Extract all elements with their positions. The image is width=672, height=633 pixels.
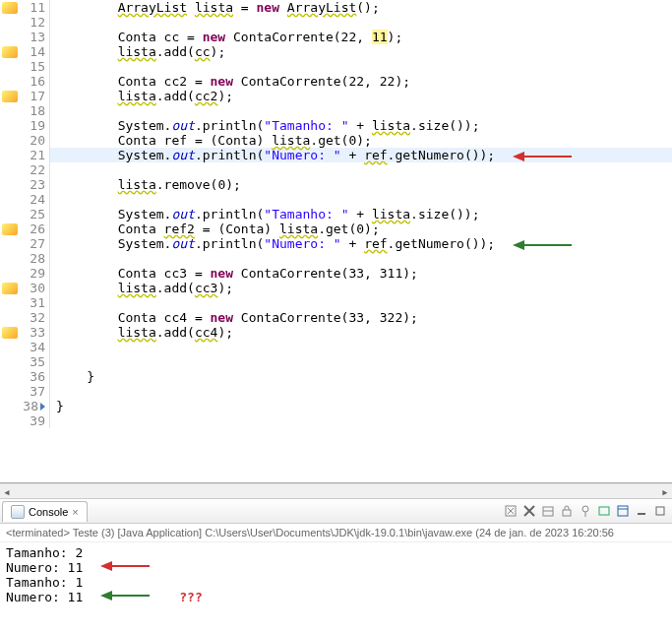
line-number[interactable]: 18 xyxy=(0,103,50,118)
code-line[interactable]: 28 xyxy=(0,251,672,266)
scroll-left-icon[interactable]: ◂ xyxy=(0,484,14,498)
line-number[interactable]: 38 xyxy=(0,399,50,413)
code-content[interactable]: System.out.println("Tamanho: " + lista.s… xyxy=(50,207,672,222)
line-number[interactable]: 28 xyxy=(0,251,50,266)
code-content[interactable]: Conta cc = new ContaCorrente(22, 11); xyxy=(50,30,672,44)
line-number[interactable]: 16 xyxy=(0,74,50,89)
line-number[interactable]: 12 xyxy=(0,15,50,30)
line-number[interactable]: 27 xyxy=(0,236,50,251)
code-line[interactable]: 27 System.out.println("Numero: " + ref.g… xyxy=(0,236,672,251)
code-line[interactable]: 34 xyxy=(0,340,672,354)
line-number[interactable]: 36 xyxy=(0,369,50,384)
code-content[interactable]: Conta cc3 = new ContaCorrente(33, 311); xyxy=(50,266,672,281)
warning-marker-icon[interactable] xyxy=(2,223,18,235)
code-line[interactable]: 12 xyxy=(0,15,672,30)
console-tab[interactable]: Console × xyxy=(2,501,88,522)
line-number[interactable]: 35 xyxy=(0,354,50,369)
scroll-lock-icon[interactable] xyxy=(559,503,575,519)
code-content[interactable]: lista.add(cc2); xyxy=(50,89,672,103)
code-line[interactable]: 37 xyxy=(0,384,672,399)
code-line[interactable]: 15 xyxy=(0,59,672,74)
code-content[interactable]: lista.add(cc); xyxy=(50,44,672,59)
code-line[interactable]: 13 Conta cc = new ContaCorrente(22, 11); xyxy=(0,30,672,44)
remove-all-icon[interactable] xyxy=(521,503,537,519)
line-number[interactable]: 33 xyxy=(0,325,50,340)
clear-console-icon[interactable] xyxy=(540,503,556,519)
maximize-icon[interactable] xyxy=(652,503,668,519)
code-line[interactable]: 17 lista.add(cc2); xyxy=(0,89,672,103)
line-number[interactable]: 23 xyxy=(0,177,50,192)
code-line[interactable]: 25 System.out.println("Tamanho: " + list… xyxy=(0,207,672,222)
red-arrow-icon xyxy=(100,560,150,575)
code-editor[interactable]: 11 ArrayList lista = new ArrayList();121… xyxy=(0,0,672,483)
close-icon[interactable]: × xyxy=(72,506,78,518)
code-line[interactable]: 14 lista.add(cc); xyxy=(0,44,672,59)
code-line[interactable]: 31 xyxy=(0,295,672,310)
line-number[interactable]: 25 xyxy=(0,207,50,222)
scroll-right-icon[interactable]: ▸ xyxy=(658,484,672,498)
code-line[interactable]: 38} xyxy=(0,399,672,413)
open-console-icon[interactable] xyxy=(615,503,631,519)
line-number[interactable]: 13 xyxy=(0,30,50,44)
line-number[interactable]: 19 xyxy=(0,118,50,133)
line-number[interactable]: 15 xyxy=(0,59,50,74)
code-line[interactable]: 36 } xyxy=(0,369,672,384)
code-line[interactable]: 35 xyxy=(0,354,672,369)
remove-launch-icon[interactable] xyxy=(503,503,519,519)
code-line[interactable]: 26 Conta ref2 = (Conta) lista.get(0); xyxy=(0,222,672,236)
warning-marker-icon[interactable] xyxy=(2,2,18,14)
code-content[interactable]: lista.add(cc4); xyxy=(50,325,672,340)
code-line[interactable]: 22 xyxy=(0,162,672,177)
code-line[interactable]: 18 xyxy=(0,103,672,118)
minimize-icon[interactable] xyxy=(634,503,649,519)
code-content[interactable]: System.out.println("Numero: " + ref.getN… xyxy=(50,148,672,162)
line-number[interactable]: 21 xyxy=(0,148,50,162)
line-number[interactable]: 24 xyxy=(0,192,50,207)
code-line[interactable]: 30 lista.add(cc3); xyxy=(0,281,672,295)
line-number[interactable]: 14 xyxy=(0,44,50,59)
line-number[interactable]: 11 xyxy=(0,0,50,15)
code-line[interactable]: 32 Conta cc4 = new ContaCorrente(33, 322… xyxy=(0,310,672,325)
code-line[interactable]: 33 lista.add(cc4); xyxy=(0,325,672,340)
line-number[interactable]: 39 xyxy=(0,413,50,428)
display-selected-icon[interactable] xyxy=(596,503,612,519)
line-number[interactable]: 22 xyxy=(0,162,50,177)
code-line[interactable]: 20 Conta ref = (Conta) lista.get(0); xyxy=(0,133,672,148)
code-content[interactable]: System.out.println("Numero: " + ref.getN… xyxy=(50,236,672,251)
code-content[interactable]: lista.remove(0); xyxy=(50,177,672,192)
warning-marker-icon[interactable] xyxy=(2,46,18,58)
line-number[interactable]: 34 xyxy=(0,340,50,354)
code-line[interactable]: 19 System.out.println("Tamanho: " + list… xyxy=(0,118,672,133)
code-content[interactable]: Conta ref2 = (Conta) lista.get(0); xyxy=(50,222,672,236)
code-content[interactable]: System.out.println("Tamanho: " + lista.s… xyxy=(50,118,672,133)
code-line[interactable]: 16 Conta cc2 = new ContaCorrente(22, 22)… xyxy=(0,74,672,89)
console-output[interactable]: Tamanho: 2Numero: 11Tamanho: 1Numero: 11… xyxy=(0,542,672,607)
code-content[interactable]: lista.add(cc3); xyxy=(50,281,672,295)
line-number[interactable]: 37 xyxy=(0,384,50,399)
line-number[interactable]: 20 xyxy=(0,133,50,148)
code-line[interactable]: 23 lista.remove(0); xyxy=(0,177,672,192)
pin-console-icon[interactable] xyxy=(578,503,593,519)
line-number[interactable]: 17 xyxy=(0,89,50,103)
line-number[interactable]: 26 xyxy=(0,222,50,236)
code-content[interactable]: Conta ref = (Conta) lista.get(0); xyxy=(50,133,672,148)
line-number[interactable]: 32 xyxy=(0,310,50,325)
warning-marker-icon[interactable] xyxy=(2,91,18,102)
fold-icon[interactable] xyxy=(40,403,45,411)
code-content[interactable]: ArrayList lista = new ArrayList(); xyxy=(50,0,672,15)
horizontal-scrollbar[interactable]: ◂ ▸ xyxy=(0,483,672,498)
code-content[interactable]: } xyxy=(50,399,672,413)
line-number[interactable]: 30 xyxy=(0,281,50,295)
code-line[interactable]: 21 System.out.println("Numero: " + ref.g… xyxy=(0,148,672,162)
code-content[interactable]: Conta cc4 = new ContaCorrente(33, 322); xyxy=(50,310,672,325)
code-line[interactable]: 29 Conta cc3 = new ContaCorrente(33, 311… xyxy=(0,266,672,281)
code-line[interactable]: 39 xyxy=(0,413,672,428)
line-number[interactable]: 29 xyxy=(0,266,50,281)
warning-marker-icon[interactable] xyxy=(2,327,18,339)
code-line[interactable]: 11 ArrayList lista = new ArrayList(); xyxy=(0,0,672,15)
code-content[interactable]: } xyxy=(50,369,672,384)
code-content[interactable]: Conta cc2 = new ContaCorrente(22, 22); xyxy=(50,74,672,89)
code-line[interactable]: 24 xyxy=(0,192,672,207)
warning-marker-icon[interactable] xyxy=(2,283,18,294)
line-number[interactable]: 31 xyxy=(0,295,50,310)
